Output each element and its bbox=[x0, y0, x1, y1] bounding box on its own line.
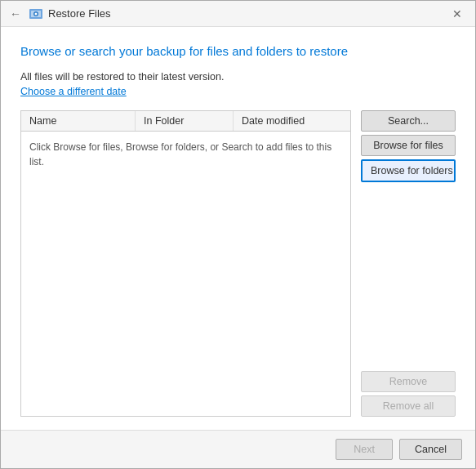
title-bar-left: ← Restore Files bbox=[7, 6, 111, 22]
action-buttons-panel: Search... Browse for files Browse for fo… bbox=[361, 110, 456, 418]
next-button[interactable]: Next bbox=[336, 439, 393, 460]
page-heading: Browse or search your backup for files a… bbox=[20, 43, 456, 60]
svg-point-3 bbox=[35, 12, 38, 15]
column-name: Name bbox=[21, 111, 136, 131]
browse-files-button[interactable]: Browse for files bbox=[361, 135, 456, 156]
column-date: Date modified bbox=[234, 111, 350, 131]
remove-all-button[interactable]: Remove all bbox=[361, 395, 456, 417]
back-button[interactable]: ← bbox=[7, 6, 24, 22]
subtitle-text: All files will be restored to their late… bbox=[20, 71, 456, 83]
close-button[interactable]: ✕ bbox=[446, 2, 469, 25]
backup-icon bbox=[29, 7, 43, 21]
search-button[interactable]: Search... bbox=[361, 110, 456, 132]
file-list-header: Name In Folder Date modified bbox=[21, 111, 350, 132]
choose-date-link[interactable]: Choose a different date bbox=[20, 86, 456, 97]
remove-button[interactable]: Remove bbox=[361, 371, 456, 392]
footer: Next Cancel bbox=[1, 430, 475, 468]
window-title: Restore Files bbox=[48, 7, 111, 20]
browse-folders-button[interactable]: Browse for folders bbox=[361, 159, 456, 182]
title-bar: ← Restore Files ✕ bbox=[1, 1, 475, 27]
file-list-container: Name In Folder Date modified Click Brows… bbox=[20, 110, 351, 418]
restore-files-window: ← Restore Files ✕ Browse or search your … bbox=[0, 0, 476, 469]
column-folder: In Folder bbox=[136, 111, 234, 131]
main-area: Name In Folder Date modified Click Brows… bbox=[20, 110, 456, 418]
content-area: Browse or search your backup for files a… bbox=[1, 27, 475, 430]
cancel-button[interactable]: Cancel bbox=[399, 439, 462, 460]
file-list-empty-message: Click Browse for files, Browse for folde… bbox=[21, 132, 350, 417]
button-spacer bbox=[361, 185, 456, 368]
